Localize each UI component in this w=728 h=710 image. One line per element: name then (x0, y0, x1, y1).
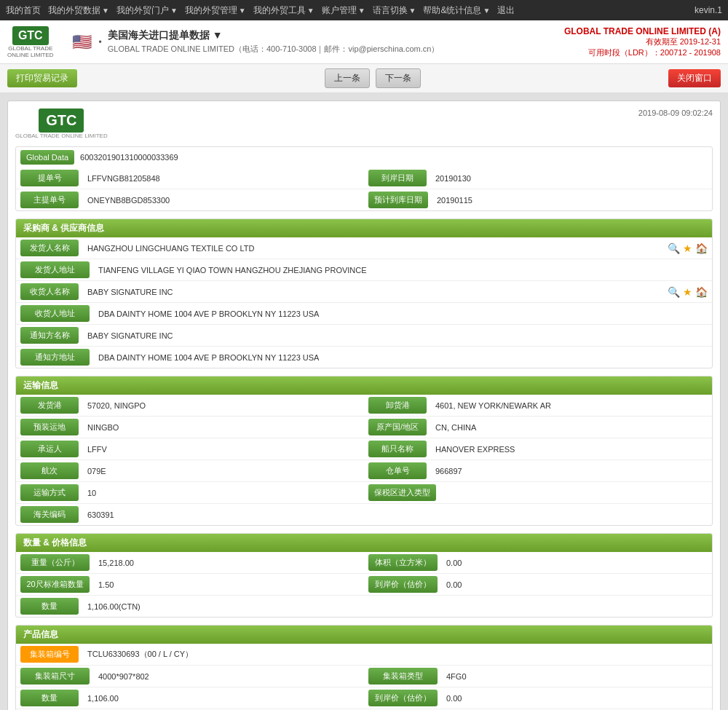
shipper-star-icon[interactable]: ★ (683, 242, 692, 254)
top-toolbar: 打印贸易记录 上一条 下一条 关闭窗口 (0, 64, 728, 93)
ports-row: 发货港 57020, NINGPO 卸货港 4601, NEW YORK/NEW… (16, 395, 712, 417)
close-button[interactable]: 关闭窗口 (668, 69, 721, 87)
container20-price-row: 20尺标准箱数量 1.50 到岸价（估价） 0.00 (16, 574, 712, 596)
arrival-price-label: 到岸价（估价） (368, 576, 438, 593)
consignee-addr-value: DBA DAINTY HOME 1004 AVE P BROOKLYN NY 1… (94, 307, 712, 321)
container20-value: 1.50 (94, 577, 364, 592)
voyage-warehouse-row: 航次 079E 仓单号 966897 (16, 460, 712, 482)
global-data-value: 6003201901310000033369 (80, 153, 178, 162)
consignee-home-icon[interactable]: 🏠 (695, 286, 708, 298)
main-content: GTC GLOBAL TRADE ONLINE LIMITED 2019-08-… (0, 93, 728, 710)
product-qty-label: 数量 (20, 690, 79, 706)
origin-port-col: 发货港 57020, NINGPO (16, 395, 364, 416)
container-no-label: 集装箱编号 (20, 646, 79, 663)
origin-port-value: 57020, NINGPO (83, 398, 364, 413)
prev-button[interactable]: 上一条 (325, 68, 370, 88)
nav-tools[interactable]: 我的外贸工具▼ (253, 4, 314, 17)
nav-home[interactable]: 我的首页 (6, 4, 41, 17)
shipper-search-icon[interactable]: 🔍 (668, 242, 680, 254)
bonded-label: 保税区进入类型 (368, 484, 436, 501)
consignee-name-label: 收货人名称 (20, 283, 79, 300)
customs-value: 630391 (83, 508, 712, 522)
product-qty-col: 数量 1,106.00 (16, 687, 364, 709)
weight-label: 重量（公斤） (20, 554, 90, 571)
dest-port-col: 卸货港 4601, NEW YORK/NEWARK AR (364, 395, 712, 416)
consignee-name-row: 收货人名称 BABY SIGNATURE INC 🔍 ★ 🏠 (16, 281, 712, 303)
container-type-label: 集装箱类型 (368, 668, 438, 685)
arrival-date-label: 到岸日期 (368, 170, 427, 186)
nav-language[interactable]: 语言切换▼ (373, 4, 416, 17)
product-price-col: 到岸价（估价） 0.00 (364, 687, 712, 709)
main-title[interactable]: 美国海关进口提单数据 ▼ (108, 29, 564, 42)
weight-volume-row: 重量（公斤） 15,218.00 体积（立方米） 0.00 (16, 552, 712, 574)
consignee-search-icon[interactable]: 🔍 (668, 286, 680, 298)
shipping-section-header: 运输信息 (16, 376, 712, 395)
weight-value: 15,218.00 (94, 556, 364, 570)
volume-col: 体积（立方米） 0.00 (364, 552, 712, 573)
right-company: GLOBAL TRADE ONLINE LIMITED (A) (564, 26, 721, 36)
logo-area: GTC GLOBAL TRADEONLINE LIMITED (7, 26, 54, 58)
warehouse-col: 仓单号 966897 (364, 460, 712, 481)
bonded-col: 保税区进入类型 (364, 482, 712, 503)
notify-name-value: BABY SIGNATURE INC (83, 328, 712, 343)
product-qty-value: 1,106.00 (83, 691, 364, 706)
arrival-price-col: 到岸价（估价） 0.00 (364, 574, 712, 595)
country-label: 原产国/地区 (368, 419, 427, 435)
shipper-name-label: 发货人名称 (20, 240, 79, 256)
validity: 有效期至 2019-12-31 (564, 36, 721, 47)
consignee-name-value: BABY SIGNATURE INC (83, 285, 668, 299)
preload-label: 预装运地 (20, 419, 79, 435)
nav-management[interactable]: 我的外贸管理▼ (185, 4, 246, 17)
transport-col: 运输方式 10 (16, 482, 364, 503)
volume-label: 体积（立方米） (368, 554, 438, 571)
voyage-value: 079E (83, 464, 364, 478)
next-button[interactable]: 下一条 (376, 68, 421, 88)
customs-label: 海关编码 (20, 506, 79, 523)
shipper-home-icon[interactable]: 🏠 (695, 242, 708, 254)
shipping-section: 运输信息 发货港 57020, NINGPO 卸货港 4601, NEW YOR… (15, 376, 713, 526)
carrier-col: 承运人 LFFV (16, 438, 364, 459)
logo-subtitle: GLOBAL TRADEONLINE LIMITED (7, 45, 54, 58)
doc-logo-text: GLOBAL TRADE ONLINE LIMITED (15, 133, 108, 139)
doc-logo: GTC GLOBAL TRADE ONLINE LIMITED (15, 109, 108, 139)
country-flag: 🇺🇸 (72, 33, 92, 52)
est-arrival-value: 20190115 (432, 193, 712, 208)
est-arrival-col: 预计到库日期 20190115 (364, 189, 712, 210)
consignee-icons: 🔍 ★ 🏠 (668, 286, 708, 298)
container20-col: 20尺标准箱数量 1.50 (16, 574, 364, 595)
consignee-addr-row: 收货人地址 DBA DAINTY HOME 1004 AVE P BROOKLY… (16, 303, 712, 325)
global-data-row: Global Data 6003201901310000033369 (16, 147, 712, 167)
nav-trade-data[interactable]: 我的外贸数据▼ (48, 4, 109, 17)
vessel-label: 船只名称 (368, 441, 427, 457)
arrival-date-value: 20190130 (431, 171, 712, 186)
transport-bonded-row: 运输方式 10 保税区进入类型 (16, 482, 712, 504)
nav-help[interactable]: 帮助&统计信息▼ (423, 4, 490, 17)
header-title-area: 美国海关进口提单数据 ▼ GLOBAL TRADE ONLINE LIMITED… (108, 29, 564, 55)
bill-row: 提单号 LFFVNGB81205848 到岸日期 20190130 (16, 167, 712, 189)
shipper-addr-value: TIANFENG VILLAGE YI QIAO TOWN HANGZHOU Z… (94, 263, 712, 277)
warehouse-label: 仓单号 (368, 462, 427, 479)
document-card: GTC GLOBAL TRADE ONLINE LIMITED 2019-08-… (7, 100, 721, 710)
container-type-value: 4FG0 (442, 669, 712, 684)
arrival-date-col: 到岸日期 20190130 (364, 167, 712, 189)
product-price-value: 0.00 (442, 691, 712, 706)
container-size-col: 集装箱尺寸 4000*907*802 (16, 666, 364, 687)
master-bill-value: ONEYNB8BGD853300 (83, 193, 364, 208)
nav-portal[interactable]: 我的外贸门户▼ (116, 4, 178, 17)
notify-addr-row: 通知方地址 DBA DAINTY HOME 1004 AVE P BROOKLY… (16, 347, 712, 368)
voyage-col: 航次 079E (16, 460, 364, 481)
vessel-value: HANOVER EXPRESS (431, 442, 712, 457)
product-price-label: 到岸价（估价） (368, 690, 438, 706)
nav-account[interactable]: 账户管理▼ (322, 4, 365, 17)
bonded-value (440, 490, 712, 496)
shipper-addr-row: 发货人地址 TIANFENG VILLAGE YI QIAO TOWN HANG… (16, 259, 712, 281)
nav-logout[interactable]: 退出 (497, 4, 515, 17)
bill-label: 提单号 (20, 170, 79, 186)
username: kevin.1 (695, 5, 722, 15)
print-button[interactable]: 打印贸易记录 (7, 69, 77, 87)
consignee-star-icon[interactable]: ★ (683, 286, 692, 298)
notify-name-row: 通知方名称 BABY SIGNATURE INC (16, 325, 712, 347)
container20-label: 20尺标准箱数量 (20, 576, 90, 593)
country-value: CN, CHINA (431, 420, 712, 435)
carrier-vessel-row: 承运人 LFFV 船只名称 HANOVER EXPRESS (16, 438, 712, 460)
